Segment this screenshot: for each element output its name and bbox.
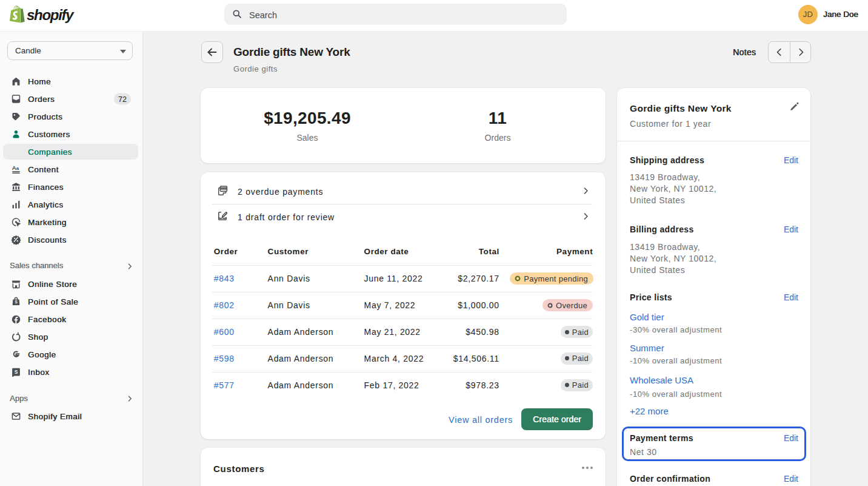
svg-text:a: a xyxy=(16,166,19,171)
svg-text:A: A xyxy=(12,164,16,171)
svg-text:S: S xyxy=(15,369,18,375)
svg-text:S: S xyxy=(15,300,17,304)
